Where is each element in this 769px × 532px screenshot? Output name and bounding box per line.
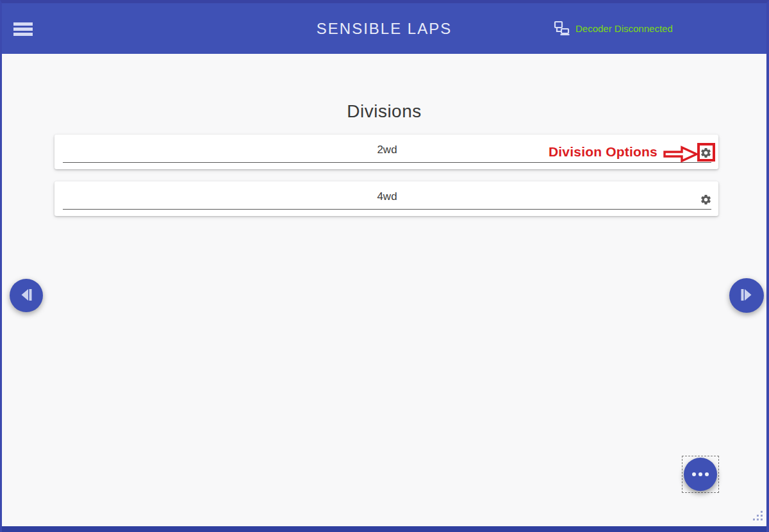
step-previous-icon — [19, 287, 34, 304]
division-name-input[interactable] — [63, 184, 711, 210]
ellipsis-icon — [692, 472, 696, 476]
resize-grip[interactable] — [752, 510, 765, 525]
page-title: Divisions — [2, 101, 766, 122]
annotation-arrow-icon — [663, 145, 699, 165]
next-page-button[interactable] — [729, 278, 764, 313]
app-bar: SENSIBLE LAPS Decoder Disconnected — [2, 3, 766, 54]
annotation-highlight-box — [697, 143, 715, 162]
annotation-division-options-label: Division Options — [549, 144, 657, 160]
decoder-status-label: Decoder Disconnected — [575, 23, 673, 34]
app-window: SENSIBLE LAPS Decoder Disconnected Divis… — [0, 0, 769, 532]
decoder-connection-icon — [553, 21, 570, 37]
step-next-icon — [739, 287, 754, 304]
division-card-4wd — [54, 181, 718, 216]
decoder-status[interactable]: Decoder Disconnected — [553, 21, 673, 37]
window-bottom-border — [2, 526, 766, 532]
previous-page-button[interactable] — [10, 279, 43, 312]
more-options-button[interactable] — [684, 458, 717, 491]
division-options-gear-icon[interactable] — [700, 193, 713, 206]
